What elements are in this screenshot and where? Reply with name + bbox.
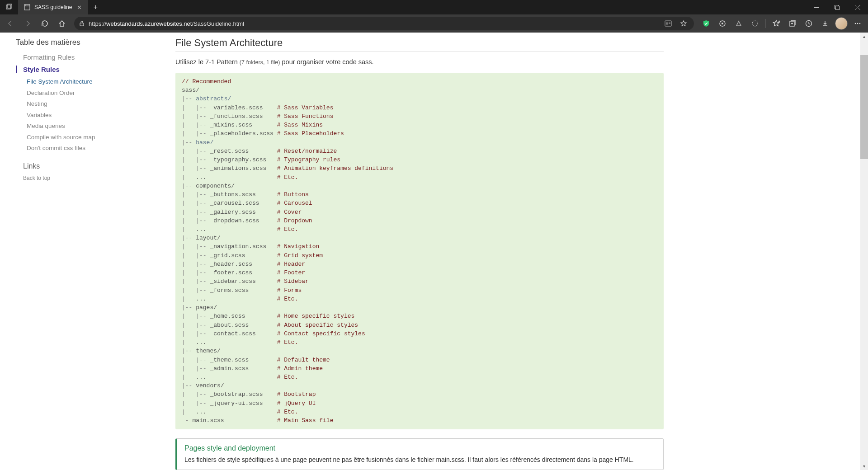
avatar-icon	[835, 17, 848, 30]
tab-close-button[interactable]: ✕	[75, 4, 83, 11]
svg-rect-1	[8, 4, 12, 8]
refresh-button[interactable]	[37, 16, 52, 31]
svg-rect-4	[835, 6, 839, 9]
svg-point-8	[722, 23, 723, 24]
url-text: https://webstandards.azurewebsites.net/S…	[89, 20, 659, 27]
collections-button[interactable]	[785, 16, 800, 31]
favorite-button[interactable]	[678, 16, 689, 31]
browser-tab[interactable]: SASS guideline ✕	[18, 0, 88, 14]
browser-titlebar: SASS guideline ✕ +	[0, 0, 868, 14]
tab-title: SASS guideline	[34, 4, 72, 10]
tab-favicon-icon	[24, 4, 31, 11]
back-button[interactable]	[3, 16, 18, 31]
svg-point-13	[857, 23, 859, 24]
svg-rect-0	[6, 5, 10, 9]
svg-rect-5	[80, 23, 84, 26]
new-tab-button[interactable]: +	[88, 0, 103, 14]
svg-point-9	[752, 21, 758, 26]
browser-toolbar: https://webstandards.azurewebsites.net/S…	[0, 14, 868, 33]
tab-actions-icon	[5, 4, 13, 11]
window-close-button[interactable]	[847, 0, 868, 14]
forward-button[interactable]	[20, 16, 35, 31]
window-minimize-button[interactable]	[806, 0, 826, 14]
extension-icon-1[interactable]	[715, 16, 730, 31]
address-bar[interactable]: https://webstandards.azurewebsites.net/S…	[74, 17, 694, 30]
svg-rect-2	[24, 5, 30, 10]
menu-button[interactable]	[850, 16, 865, 31]
reader-mode-icon[interactable]	[662, 16, 674, 31]
home-button[interactable]	[54, 16, 70, 31]
window-maximize-button[interactable]	[826, 0, 847, 14]
extension-icon-3[interactable]	[747, 16, 763, 31]
lock-icon	[79, 20, 85, 27]
profile-button[interactable]	[834, 16, 849, 31]
extension-icon-2[interactable]	[731, 16, 746, 31]
history-button[interactable]	[801, 16, 816, 31]
svg-point-12	[855, 23, 856, 24]
tab-actions-button[interactable]	[0, 0, 18, 14]
downloads-button[interactable]	[817, 16, 833, 31]
svg-point-14	[859, 23, 861, 24]
favorites-button[interactable]	[769, 16, 784, 31]
toolbar-divider	[765, 19, 766, 28]
security-shield-icon[interactable]	[698, 16, 714, 31]
